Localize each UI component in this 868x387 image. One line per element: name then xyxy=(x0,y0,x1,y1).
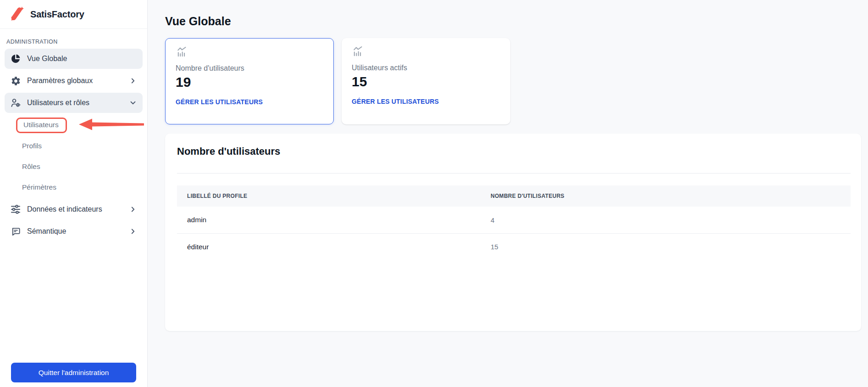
pie-chart-icon xyxy=(10,53,21,64)
stat-card-nombre-utilisateurs[interactable]: Nombre d'utilisateurs 19 GÉRER LES UTILI… xyxy=(165,38,334,124)
cell-user-count: 15 xyxy=(491,243,498,251)
panel-title: Nombre d'utilisateurs xyxy=(177,146,851,157)
user-gear-icon xyxy=(10,97,21,108)
sidebar-subitem-utilisateurs[interactable]: Utilisateurs xyxy=(0,115,147,135)
users-count-panel: Nombre d'utilisateurs LIBELLÉ DU PROFILE… xyxy=(165,134,861,331)
sidebar-subitem-label: Utilisateurs xyxy=(23,121,59,129)
stat-card-value: 15 xyxy=(352,74,500,90)
brand-name: SatisFactory xyxy=(30,9,84,20)
chevron-right-icon xyxy=(129,227,137,236)
cell-profile-label: admin xyxy=(177,216,491,224)
brand-header: SatisFactory xyxy=(0,0,147,29)
sidebar-subitem-profils[interactable]: Profils xyxy=(0,135,147,156)
sidebar-item-label: Utilisateurs et rôles xyxy=(27,99,89,107)
sidebar-item-parametres-globaux[interactable]: Paramètres globaux xyxy=(5,71,143,91)
stat-card-label: Utilisateurs actifs xyxy=(352,64,500,72)
sidebar: SatisFactory ADMINISTRATION Vue Globale … xyxy=(0,0,148,387)
sidebar-item-label: Paramètres globaux xyxy=(27,77,93,85)
sidebar-item-label: Sémantique xyxy=(27,227,66,236)
cell-user-count: 4 xyxy=(491,216,494,224)
column-header-libelle: LIBELLÉ DU PROFILE xyxy=(177,193,491,199)
sidebar-item-label: Données et indicateurs xyxy=(27,205,102,213)
annotation-box: Utilisateurs xyxy=(16,118,67,133)
sidebar-subitem-label: Rôles xyxy=(22,163,40,171)
chevron-down-icon xyxy=(129,99,137,107)
table-row: admin 4 xyxy=(177,207,851,233)
chevron-right-icon xyxy=(129,77,137,85)
cell-profile-label: éditeur xyxy=(177,243,491,251)
annotation-arrow-icon xyxy=(79,118,144,133)
column-header-nombre: NOMBRE D'UTILISATEURS xyxy=(491,193,564,199)
chart-trend-icon xyxy=(176,46,323,59)
stat-cards-row: Nombre d'utilisateurs 19 GÉRER LES UTILI… xyxy=(165,38,861,124)
sliders-icon xyxy=(10,204,21,215)
sidebar-item-label: Vue Globale xyxy=(27,55,67,63)
table-row: éditeur 15 xyxy=(177,233,851,260)
stat-card-label: Nombre d'utilisateurs xyxy=(176,64,323,73)
exit-administration-button[interactable]: Quitter l'administration xyxy=(11,363,136,382)
sidebar-subitem-label: Périmètres xyxy=(22,183,56,191)
panel-divider xyxy=(177,173,851,174)
manage-users-link[interactable]: GÉRER LES UTILISATEURS xyxy=(352,98,500,105)
sidebar-subitem-perimetres[interactable]: Périmètres xyxy=(0,177,147,197)
chat-icon xyxy=(10,226,21,237)
sidebar-item-donnees-et-indicateurs[interactable]: Données et indicateurs xyxy=(5,199,143,219)
chevron-right-icon xyxy=(129,205,137,213)
brand-logo-icon xyxy=(9,6,26,23)
sidebar-item-utilisateurs-et-roles[interactable]: Utilisateurs et rôles xyxy=(5,93,143,113)
sidebar-subitem-label: Profils xyxy=(22,142,42,150)
page-title: Vue Globale xyxy=(165,15,861,28)
stat-card-value: 19 xyxy=(176,74,323,90)
table-header-row: LIBELLÉ DU PROFILE NOMBRE D'UTILISATEURS xyxy=(177,185,851,207)
sidebar-item-vue-globale[interactable]: Vue Globale xyxy=(5,49,143,69)
chart-trend-icon xyxy=(352,45,500,58)
manage-users-link[interactable]: GÉRER LES UTILISATEURS xyxy=(176,98,323,106)
sidebar-item-semantique[interactable]: Sémantique xyxy=(5,221,143,241)
stat-card-utilisateurs-actifs[interactable]: Utilisateurs actifs 15 GÉRER LES UTILISA… xyxy=(342,38,510,124)
gear-icon xyxy=(10,76,21,86)
sidebar-section-label: ADMINISTRATION xyxy=(6,38,141,45)
sidebar-subitem-roles[interactable]: Rôles xyxy=(0,156,147,177)
main-content: Vue Globale Nombre d'utilisateurs 19 GÉR… xyxy=(148,0,868,387)
